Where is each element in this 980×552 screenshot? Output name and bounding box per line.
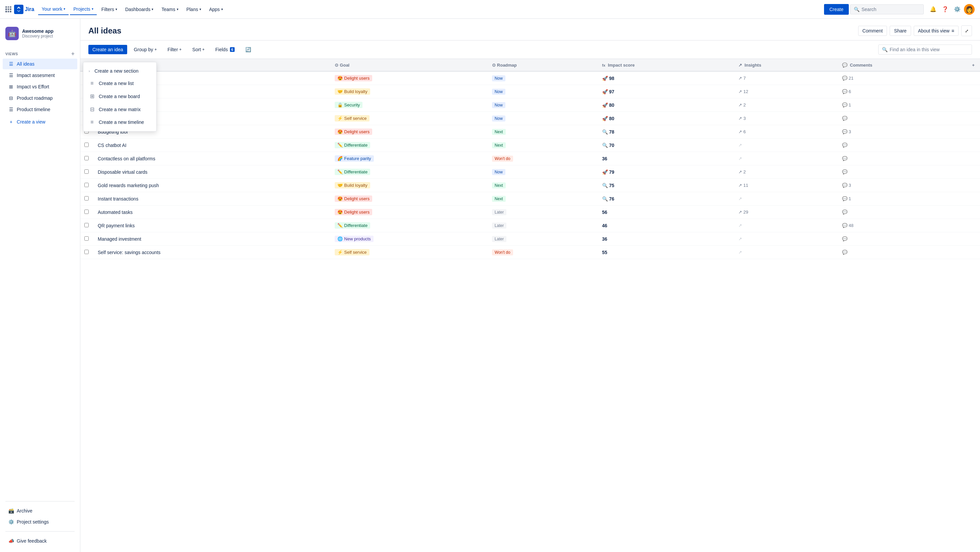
row-checkbox[interactable] <box>84 236 89 241</box>
idea-goal[interactable]: ⚡ Self service <box>331 246 488 259</box>
idea-roadmap[interactable]: Now <box>488 85 598 99</box>
idea-goal[interactable]: ⚡ Self service <box>331 112 488 125</box>
nav-your-work[interactable]: Your work ▾ <box>38 4 68 15</box>
sidebar-item-give-feedback[interactable]: 📣 Give feedback <box>3 536 77 546</box>
idea-name[interactable]: Gold rewards marketing push <box>94 179 331 192</box>
idea-roadmap[interactable]: Now <box>488 99 598 112</box>
sidebar-item-archive[interactable]: 🗃️ Archive <box>3 506 77 516</box>
idea-roadmap[interactable]: Next <box>488 179 598 192</box>
nav-teams[interactable]: Teams ▾ <box>158 4 181 15</box>
notifications-icon[interactable]: 🔔 <box>928 4 939 15</box>
idea-name[interactable]: QR payment links <box>94 219 331 232</box>
sidebar-item-product-roadmap[interactable]: ⊟ Product roadmap <box>3 93 77 103</box>
idea-roadmap[interactable]: Now <box>488 165 598 179</box>
row-checkbox[interactable] <box>84 143 89 147</box>
sidebar-item-create-view[interactable]: + Create a view <box>3 116 77 127</box>
idea-comments: 💬 <box>838 138 967 152</box>
idea-roadmap[interactable]: Now <box>488 112 598 125</box>
row-checkbox[interactable] <box>84 223 89 227</box>
goal-emoji: 😍 <box>337 76 343 81</box>
sidebar-item-product-timeline[interactable]: ☰ Product timeline <box>3 104 77 115</box>
nav-filters[interactable]: Filters ▾ <box>98 4 121 15</box>
sidebar-item-label: Project settings <box>17 519 49 525</box>
nav-projects[interactable]: Projects ▾ <box>70 4 97 15</box>
sidebar-item-all-ideas[interactable]: ☰ All ideas <box>3 59 77 69</box>
idea-name[interactable]: Managed investment <box>94 232 331 246</box>
grid-icon[interactable] <box>5 6 11 13</box>
idea-roadmap[interactable]: Next <box>488 138 598 152</box>
idea-roadmap[interactable]: Later <box>488 219 598 232</box>
idea-roadmap[interactable]: Won't do <box>488 152 598 165</box>
idea-roadmap[interactable]: Later <box>488 232 598 246</box>
sidebar-item-impact-effort[interactable]: ⊞ Impact vs Effort <box>3 81 77 92</box>
idea-roadmap[interactable]: Now <box>488 71 598 85</box>
idea-goal[interactable]: 🤝 Build loyalty <box>331 85 488 99</box>
row-checkbox[interactable] <box>84 169 89 174</box>
create-button[interactable]: Create <box>824 4 849 15</box>
idea-roadmap[interactable]: Later <box>488 205 598 219</box>
about-view-button[interactable]: About this view ≡ <box>914 26 959 36</box>
nav-apps[interactable]: Apps ▾ <box>206 4 226 15</box>
add-view-button[interactable]: + <box>71 51 75 57</box>
idea-goal[interactable]: ✏️ Differentiate <box>331 165 488 179</box>
group-by-button[interactable]: Group by + <box>130 45 161 54</box>
idea-goal[interactable]: 😍 Delight users <box>331 192 488 205</box>
col-add[interactable]: + <box>967 59 980 71</box>
settings-icon[interactable]: ⚙️ <box>952 4 963 15</box>
idea-insights: ↗ 29 <box>734 205 838 219</box>
row-checkbox[interactable] <box>84 156 89 160</box>
jira-logo[interactable]: Jira <box>14 5 34 14</box>
dropdown-item-list[interactable]: ≡ Create a new list <box>83 77 156 90</box>
search-bar[interactable]: 🔍 <box>850 4 924 14</box>
table-row: ...user interface 😍 Delight users Now 🚀 … <box>80 71 980 85</box>
matrix-icon: ⊟ <box>89 106 95 113</box>
expand-button[interactable]: ⤢ <box>961 25 972 36</box>
sort-button[interactable]: Sort + <box>188 45 209 54</box>
row-checkbox[interactable] <box>84 250 89 254</box>
idea-name[interactable]: CS chatbot AI <box>94 138 331 152</box>
view-search[interactable]: 🔍 <box>878 45 972 54</box>
row-checkbox[interactable] <box>84 196 89 200</box>
avatar[interactable]: 👩 <box>964 4 975 15</box>
idea-roadmap[interactable]: Next <box>488 125 598 138</box>
sidebar-item-project-settings[interactable]: ⚙️ Project settings <box>3 517 77 527</box>
idea-name[interactable]: Disposable virtual cards <box>94 165 331 179</box>
idea-goal[interactable]: 😍 Delight users <box>331 125 488 138</box>
idea-name[interactable]: Automated tasks <box>94 205 331 219</box>
dropdown-item-board[interactable]: ⊞ Create a new board <box>83 90 156 103</box>
idea-goal[interactable]: 🔒 Security <box>331 99 488 112</box>
idea-roadmap[interactable]: Next <box>488 192 598 205</box>
idea-goal[interactable]: ✏️ Differentiate <box>331 138 488 152</box>
idea-roadmap[interactable]: Won't do <box>488 246 598 259</box>
search-input[interactable] <box>862 7 915 12</box>
idea-goal[interactable]: ✏️ Differentiate <box>331 219 488 232</box>
comment-button[interactable]: Comment <box>858 26 887 36</box>
archive-icon: 🗃️ <box>8 508 14 514</box>
row-checkbox[interactable] <box>84 183 89 187</box>
dropdown-item-matrix[interactable]: ⊟ Create a new matrix <box>83 103 156 116</box>
dropdown-item-section[interactable]: › Create a new section <box>83 65 156 77</box>
refresh-button[interactable]: 🔄 <box>241 45 255 54</box>
main-content: All ideas Comment Share About this view … <box>80 19 980 552</box>
nav-plans[interactable]: Plans ▾ <box>183 4 205 15</box>
share-button[interactable]: Share <box>889 26 911 36</box>
idea-goal[interactable]: 😍 Delight users <box>331 205 488 219</box>
create-idea-button[interactable]: Create an idea <box>88 45 127 54</box>
filter-button[interactable]: Filter + <box>163 45 185 54</box>
idea-name[interactable]: Instant transactions <box>94 192 331 205</box>
fields-button[interactable]: Fields 6 <box>211 45 238 54</box>
view-search-input[interactable] <box>889 47 968 52</box>
project-header[interactable]: 🤖 Awesome app Discovery project <box>0 24 80 43</box>
sidebar-item-impact-assessment[interactable]: ☰ Impact assesment <box>3 70 77 81</box>
idea-name[interactable]: Self service: savings accounts <box>94 246 331 259</box>
idea-goal[interactable]: 🤝 Build loyalty <box>331 179 488 192</box>
nav-dashboards[interactable]: Dashboards ▾ <box>122 4 157 15</box>
idea-goal[interactable]: 😍 Delight users <box>331 71 488 85</box>
idea-goal[interactable]: 🌈 Feature parity <box>331 152 488 165</box>
row-checkbox[interactable] <box>84 210 89 214</box>
idea-goal[interactable]: 🌐 New products <box>331 232 488 246</box>
idea-name[interactable]: Contactless on all platforms <box>94 152 331 165</box>
dropdown-item-timeline[interactable]: ≡ Create a new timeline <box>83 116 156 129</box>
sidebar-item-label: All ideas <box>17 61 35 67</box>
help-icon[interactable]: ❓ <box>940 4 951 15</box>
